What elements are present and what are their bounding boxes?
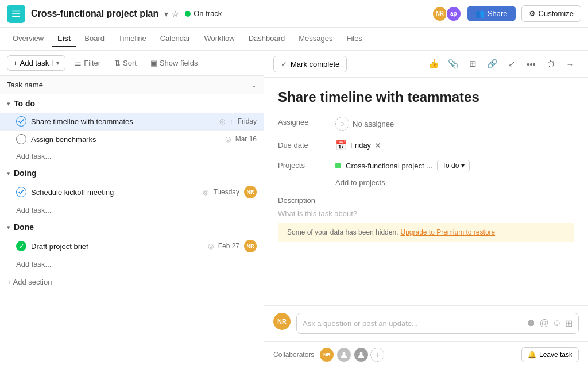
comment-input[interactable]: Ask a question or post an update... ⏺ @ … — [296, 313, 579, 334]
project-status-dropdown[interactable]: To do ▾ — [437, 160, 470, 171]
nav-item-messages[interactable]: Messages — [293, 30, 338, 47]
project-status-arrow: ▾ — [461, 162, 465, 170]
link-button[interactable]: 🔗 — [483, 55, 501, 72]
mark-complete-button[interactable]: ✓ Mark complete — [273, 56, 347, 72]
person-icon: ○ — [340, 119, 345, 128]
no-assignee-text: No assignee — [353, 120, 394, 128]
like-button[interactable]: 👍 — [425, 55, 442, 72]
nav-item-board[interactable]: Board — [79, 30, 110, 47]
description-label: Description — [278, 196, 574, 205]
nav-item-calendar[interactable]: Calendar — [154, 30, 196, 47]
nav-item-dashboard[interactable]: Dashboard — [243, 30, 291, 47]
task-item-draft-brief[interactable]: ⠿ ✓ Draft project brief ◎ Feb 27 NR — [0, 236, 264, 256]
hidden-data-bar: Some of your data has been hidden. Upgra… — [278, 223, 574, 242]
task-item-assign-benchmarks[interactable]: ⠿ Assign benchmarks ◎ Mar 16 — [0, 131, 264, 148]
task-check-t4[interactable]: ✓ — [16, 241, 26, 251]
section-header-to-do[interactable]: ▾ To do — [0, 94, 264, 113]
add-task-to-do[interactable]: Add task... — [0, 148, 264, 164]
task-check-t1[interactable] — [16, 116, 26, 126]
due-date-value[interactable]: 📅 Friday ✕ — [335, 140, 574, 151]
project-name: Cross-functional project ... — [346, 162, 432, 170]
add-task-doing[interactable]: Add task... — [0, 202, 264, 218]
task-name-t3: Schedule kickoff meeting — [31, 188, 198, 197]
mention-icon[interactable]: @ — [539, 318, 548, 329]
right-content: Share timeline with teammates Assignee ○… — [264, 78, 588, 305]
col-expand-icon[interactable]: ⌄ — [251, 81, 257, 89]
share-label: Share — [488, 9, 508, 18]
section-doing: ▾ Doing ⠿ Schedule kickoff meeting ◎ Tue… — [0, 164, 264, 218]
main: + Add task ▾ ⚌ Filter ⇅ Sort ▣ Show fiel… — [0, 51, 588, 368]
task-arrow-t1: ↑ — [230, 118, 233, 125]
share-icon: 👥 — [475, 9, 485, 18]
record-icon[interactable]: ⏺ — [527, 318, 536, 329]
section-header-done[interactable]: ▾ Done — [0, 218, 264, 236]
nav-item-timeline[interactable]: Timeline — [113, 30, 152, 47]
filter-label: Filter — [84, 59, 100, 67]
assignee-row: Assignee ○ No assignee — [278, 117, 574, 131]
task-item-share-timeline[interactable]: ⠿ Share timeline with teammates ◎ ↑ Frid… — [0, 113, 264, 131]
timer-button[interactable]: ⏱ — [542, 55, 559, 72]
task-check-t3[interactable] — [16, 187, 26, 197]
emoji-icon[interactable]: ☺ — [552, 318, 562, 329]
collab-avatar-3[interactable] — [354, 348, 368, 362]
filter-button[interactable]: ⚌ Filter — [70, 56, 105, 70]
svg-rect-0 — [12, 10, 20, 12]
show-fields-button[interactable]: ▣ Show fields — [146, 56, 202, 70]
sort-button[interactable]: ⇅ Sort — [110, 56, 141, 70]
task-name-t2: Assign benchmarks — [31, 135, 220, 144]
share-button[interactable]: 👥 Share — [467, 6, 516, 21]
filter-icon: ⚌ — [75, 59, 82, 67]
upgrade-link[interactable]: Upgrade to Premium to restore — [400, 228, 495, 236]
leave-task-button[interactable]: 🔔 Leave task — [521, 347, 579, 362]
project-item[interactable]: Cross-functional project ... To do ▾ — [335, 160, 470, 171]
add-task-dropdown-arrow[interactable]: ▾ — [52, 60, 59, 66]
nav-item-overview[interactable]: Overview — [7, 30, 49, 47]
subtask-button[interactable]: ⊞ — [464, 55, 481, 72]
show-fields-icon: ▣ — [150, 59, 157, 67]
add-task-label: Add task — [20, 59, 49, 67]
nav-item-workflow[interactable]: Workflow — [198, 30, 240, 47]
project-status-text: To do — [442, 162, 459, 170]
section-to-do: ▾ To do ⠿ Share timeline with teammates … — [0, 94, 264, 164]
collapse-icon-to-do: ▾ — [7, 100, 10, 108]
task-check-t2[interactable] — [16, 134, 26, 144]
dropdown-icon[interactable]: ▾ — [164, 9, 168, 18]
due-date-label: Due date — [278, 140, 335, 150]
mark-complete-check-icon: ✓ — [281, 60, 287, 68]
nav-item-list[interactable]: List — [52, 30, 76, 47]
collab-avatar-nr[interactable]: NR — [320, 348, 334, 362]
avatars: NR ap — [434, 6, 462, 22]
collab-avatar-2[interactable] — [337, 348, 351, 362]
customize-button[interactable]: ⚙ Customize — [521, 5, 581, 22]
due-date-text: Friday — [350, 141, 371, 150]
add-section-row[interactable]: + Add section — [0, 272, 264, 292]
collab-add-button[interactable]: + — [370, 348, 384, 362]
clear-date-button[interactable]: ✕ — [374, 141, 381, 150]
show-fields-label: Show fields — [160, 59, 198, 67]
customize-icon: ⚙ — [529, 9, 536, 18]
assignee-value[interactable]: ○ No assignee — [335, 117, 574, 131]
add-task-done[interactable]: Add task... — [0, 256, 264, 272]
more-button[interactable]: ••• — [523, 55, 540, 72]
add-to-projects-link[interactable]: Add to projects — [335, 178, 385, 187]
project-dot — [335, 163, 341, 168]
comment-placeholder-text: Ask a question or post an update... — [303, 319, 418, 328]
collab-avatars: NR + — [320, 348, 384, 362]
attach-button[interactable]: 📎 — [444, 55, 462, 72]
section-header-doing[interactable]: ▾ Doing — [0, 164, 264, 182]
nav-item-files[interactable]: Files — [341, 30, 368, 47]
assignee-circle[interactable]: ○ — [335, 117, 349, 131]
task-date-t1: Friday — [238, 117, 257, 125]
on-track-dot — [185, 11, 191, 17]
task-item-schedule-kickoff[interactable]: ⠿ Schedule kickoff meeting ◎ Tuesday NR — [0, 182, 264, 202]
star-icon[interactable]: ☆ — [172, 9, 179, 18]
right-panel: ✓ Mark complete 👍 📎 ⊞ 🔗 ⤢ ••• ⏱ → Share … — [264, 51, 588, 368]
expand-button[interactable]: ⤢ — [503, 55, 520, 72]
close-panel-button[interactable]: → — [562, 55, 579, 72]
avatar-ap[interactable]: ap — [446, 6, 462, 22]
description-placeholder[interactable]: What is this task about? — [278, 209, 574, 218]
attachment-icon[interactable]: ⊞ — [565, 318, 572, 329]
comment-icons: ⏺ @ ☺ ⊞ — [527, 318, 572, 329]
add-task-button[interactable]: + Add task ▾ — [7, 55, 65, 71]
svg-rect-2 — [12, 16, 20, 17]
